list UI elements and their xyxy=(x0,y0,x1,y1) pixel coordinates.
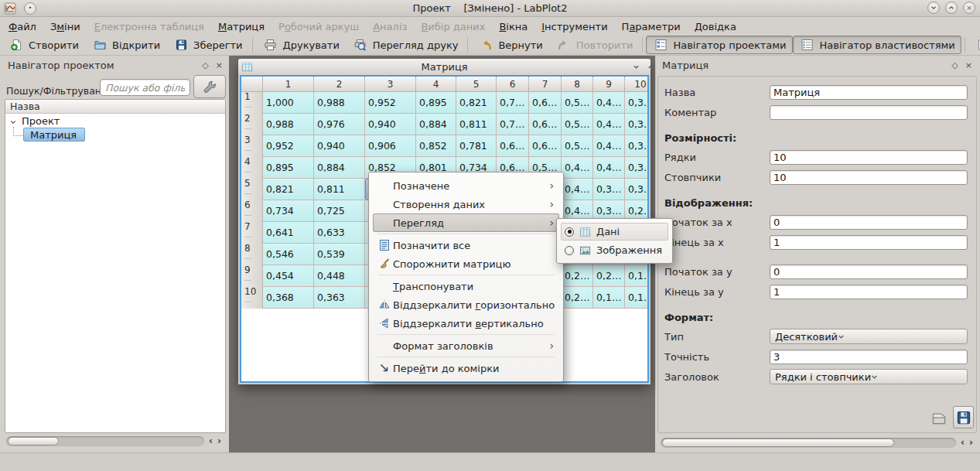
scroll-right-icon[interactable]: › xyxy=(969,437,973,448)
property-input[interactable] xyxy=(770,85,968,100)
tree-column-header[interactable]: Назва xyxy=(5,100,225,114)
column-header[interactable]: 8 xyxy=(562,77,593,92)
matrix-cell[interactable]: 0,940 xyxy=(365,114,416,135)
matrix-cell[interactable]: 0,2… xyxy=(562,265,593,287)
property-input[interactable] xyxy=(770,150,968,165)
matrix-corner-cell[interactable] xyxy=(241,77,263,92)
matrix-cell[interactable]: 0,895 xyxy=(263,157,314,179)
load-settings-button[interactable] xyxy=(928,406,949,428)
column-header[interactable]: 9 xyxy=(593,77,625,92)
close-panel-icon[interactable]: × xyxy=(216,61,223,70)
property-input[interactable] xyxy=(770,350,968,364)
matrix-subwindow-titlebar[interactable]: Матриця xyxy=(238,59,650,75)
horizontal-scrollbar[interactable] xyxy=(6,436,204,446)
matrix-cell[interactable]: 0,4… xyxy=(593,157,625,179)
matrix-cell[interactable]: 0,454 xyxy=(263,265,314,287)
matrix-cell[interactable]: 0,539 xyxy=(314,244,365,265)
matrix-cell[interactable]: 0,7… xyxy=(497,114,529,135)
property-combobox[interactable]: Рядки і стовпчики xyxy=(770,369,968,384)
matrix-cell[interactable]: 0,2… xyxy=(593,265,625,287)
horizontal-scrollbar[interactable] xyxy=(661,438,956,448)
matrix-cell[interactable]: 0,3… xyxy=(625,135,649,157)
row-header[interactable]: 10… xyxy=(241,287,263,309)
matrix-cell[interactable]: 0,2… xyxy=(562,287,593,309)
matrix-cell[interactable]: 0,884 xyxy=(314,157,365,179)
matrix-cell[interactable]: 0,725 xyxy=(314,200,365,222)
matrix-cell[interactable]: 0,3… xyxy=(625,114,649,135)
scrollbar-thumb[interactable] xyxy=(662,439,894,447)
matrix-cell[interactable]: 0,884 xyxy=(416,114,456,135)
toolbar-button[interactable]: Зберегти xyxy=(166,36,248,54)
filter-options-button[interactable] xyxy=(193,75,226,98)
column-header[interactable]: 7 xyxy=(529,77,562,92)
float-panel-icon[interactable]: ◇ xyxy=(202,61,208,70)
column-header[interactable]: 10 xyxy=(625,77,649,92)
property-input[interactable] xyxy=(770,105,968,120)
column-header[interactable]: 4 xyxy=(416,77,456,92)
menubar-item[interactable]: Файл xyxy=(2,19,43,34)
expander-icon[interactable] xyxy=(9,117,17,125)
row-header[interactable]: 2… xyxy=(241,114,263,135)
menubar-item[interactable]: Довідка xyxy=(688,19,743,34)
menubar-item[interactable]: Зміни xyxy=(43,19,87,34)
matrix-cell[interactable]: 0,3… xyxy=(593,179,625,200)
matrix-cell[interactable]: 0,3… xyxy=(625,179,649,200)
matrix-cell[interactable]: 0,976 xyxy=(314,114,365,135)
window-titlebar[interactable]: • Проект [Змінено] - LabPlot2 × xyxy=(0,0,980,17)
column-header[interactable]: 5 xyxy=(456,77,497,92)
radio-button[interactable] xyxy=(565,227,574,237)
context-menu-item[interactable]: Позначити все xyxy=(373,236,559,254)
property-input[interactable] xyxy=(770,235,968,250)
row-header[interactable]: 5… xyxy=(241,179,263,200)
matrix-cell[interactable]: 0,895 xyxy=(416,92,456,114)
context-menu-item[interactable]: Формат заголовків› xyxy=(373,336,559,355)
row-header[interactable]: 6… xyxy=(241,200,263,222)
properties-header[interactable]: Матриця ◇ × xyxy=(656,57,978,73)
matrix-cell[interactable]: 0,6… xyxy=(529,92,562,114)
column-header[interactable]: 3 xyxy=(365,77,416,92)
matrix-cell[interactable]: 0,4… xyxy=(562,179,593,200)
matrix-cell[interactable]: 0,4… xyxy=(593,135,625,157)
subwindow-restore-icon[interactable] xyxy=(645,61,650,73)
close-icon[interactable]: × xyxy=(963,2,975,14)
menubar-item[interactable]: Матриця xyxy=(211,19,271,34)
matrix-cell[interactable]: 0,6… xyxy=(497,135,529,157)
matrix-cell[interactable]: 0,811 xyxy=(314,179,365,200)
matrix-cell[interactable]: 0,546 xyxy=(263,244,314,265)
matrix-cell[interactable]: 0,363 xyxy=(314,287,365,309)
matrix-cell[interactable]: 1,000 xyxy=(263,92,314,114)
tree-item-matrix[interactable]: Матриця xyxy=(5,128,225,142)
tree-item-project[interactable]: Проект xyxy=(5,114,225,128)
matrix-cell[interactable]: 0,5… xyxy=(562,92,593,114)
matrix-cell[interactable]: 0,952 xyxy=(263,135,314,157)
row-header[interactable]: 3… xyxy=(241,135,263,157)
matrix-cell[interactable]: 0,633 xyxy=(314,222,365,244)
toolbar-button[interactable]: Робоча книга xyxy=(968,36,980,54)
context-menu-item[interactable]: Перегляд› xyxy=(373,213,559,232)
matrix-cell[interactable]: 0,852 xyxy=(416,135,456,157)
row-header[interactable]: 4… xyxy=(241,157,263,179)
matrix-cell[interactable]: 0,3… xyxy=(625,157,649,179)
save-settings-button[interactable] xyxy=(953,406,974,428)
context-menu-item[interactable]: Транспонувати xyxy=(373,277,559,295)
toolbar-button[interactable]: Вернути xyxy=(471,36,548,54)
toolbar-button[interactable]: Перегляд друку xyxy=(346,36,465,54)
toolbar-button[interactable]: Навігатор проектами xyxy=(646,36,792,54)
scrollbar-thumb[interactable] xyxy=(8,437,59,445)
matrix-cell[interactable]: 0,4… xyxy=(562,157,593,179)
matrix-cell[interactable]: 0,906 xyxy=(365,135,416,157)
toolbar-button[interactable]: Друкувати xyxy=(256,36,346,54)
toolbar-button[interactable]: Створити xyxy=(2,36,85,54)
matrix-cell[interactable]: 0,734 xyxy=(263,200,314,222)
row-header[interactable]: 8… xyxy=(241,244,263,265)
menubar-item[interactable]: Інструменти xyxy=(534,19,614,34)
menubar-item[interactable]: Вікна xyxy=(492,19,534,34)
context-menu-item[interactable]: Віддзеркалити горизонтально xyxy=(373,295,559,314)
property-combobox[interactable]: Десятковий xyxy=(770,329,968,344)
scroll-left-icon[interactable]: ‹ xyxy=(209,435,213,446)
matrix-cell[interactable]: 0,4… xyxy=(593,92,625,114)
matrix-cell[interactable]: 0,988 xyxy=(314,92,365,114)
minimize-icon[interactable] xyxy=(927,2,940,14)
matrix-cell[interactable]: 0,1… xyxy=(625,287,649,309)
context-menu-item[interactable]: Позначене› xyxy=(373,176,559,195)
